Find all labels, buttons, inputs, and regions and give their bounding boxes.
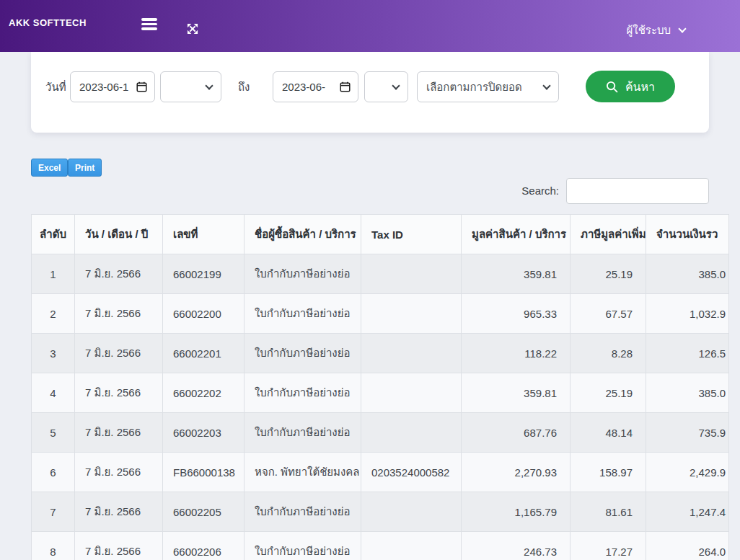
cell-vat: 25.19 — [571, 373, 646, 413]
table-row: 37 มิ.ย. 256666002201ใบกำกับภาษีอย่างย่อ… — [32, 334, 729, 373]
filter-card: วันที่ 2023-06-1 ถึง 2023-06- เ — [31, 52, 709, 133]
cell-doc-no: 66002202 — [163, 373, 245, 413]
cell-tax-id — [361, 294, 462, 334]
cell-no: 8 — [32, 532, 75, 560]
cell-vat: 48.14 — [571, 413, 646, 453]
cell-vat: 8.28 — [571, 334, 646, 373]
cell-vat: 158.97 — [571, 453, 646, 492]
cell-date: 7 มิ.ย. 2566 — [75, 373, 163, 413]
search-button[interactable]: ค้นหา — [586, 71, 675, 102]
chevron-down-icon — [205, 81, 213, 89]
search-icon — [606, 81, 618, 93]
user-menu[interactable]: ผู้ใช้ระบบ — [627, 22, 685, 39]
cell-value: 359.81 — [462, 254, 571, 294]
cell-tax-id — [361, 334, 462, 373]
cell-vat: 81.61 — [571, 492, 646, 532]
cell-buyer-name: หจก. พัทยาใต้ชัยมงคล — [245, 453, 361, 492]
invoice-table: ลำดับวัน / เดือน / ปีเลขที่ชื่อผู้ซื้อสิ… — [31, 214, 729, 560]
cell-tax-id — [361, 532, 462, 560]
cell-vat: 25.19 — [571, 254, 646, 294]
table-header-row: ลำดับวัน / เดือน / ปีเลขที่ชื่อผู้ซื้อสิ… — [32, 215, 729, 254]
cell-tax-id — [361, 373, 462, 413]
column-header-tax-id[interactable]: Tax ID — [361, 215, 462, 254]
invoice-table-body: 17 มิ.ย. 256666002199ใบกำกับภาษีอย่างย่อ… — [32, 254, 729, 560]
cell-total: 2,429.9 — [646, 453, 729, 492]
cell-total: 1,032.9 — [646, 294, 729, 334]
cell-no: 7 — [32, 492, 75, 532]
cell-doc-no: 66002205 — [163, 492, 245, 532]
table-search-input[interactable] — [566, 178, 709, 204]
cell-no: 5 — [32, 413, 75, 453]
cell-value: 1,165.79 — [462, 492, 571, 532]
cell-tax-id — [361, 254, 462, 294]
date-to-value: 2023-06- — [282, 81, 332, 93]
column-header-total[interactable]: จำนวนเงินรว — [646, 215, 729, 254]
table-row: 77 มิ.ย. 256666002205ใบกำกับภาษีอย่างย่อ… — [32, 492, 729, 532]
time-to-select[interactable] — [364, 71, 408, 102]
excel-button[interactable]: Excel — [31, 159, 68, 177]
cell-no: 1 — [32, 254, 75, 294]
date-from-value: 2023-06-1 — [79, 81, 130, 93]
chevron-down-icon — [392, 81, 400, 89]
menu-icon[interactable] — [141, 18, 157, 30]
table-row: 47 มิ.ย. 256666002202ใบกำกับภาษีอย่างย่อ… — [32, 373, 729, 413]
closing-type-select[interactable]: เลือกตามการปิดยอด — [417, 71, 559, 102]
table-row: 27 มิ.ย. 256666002200ใบกำกับภาษีอย่างย่อ… — [32, 294, 729, 334]
column-header-value[interactable]: มูลค่าสินค้า / บริการ — [462, 215, 571, 254]
cell-total: 1,247.4 — [646, 492, 729, 532]
cell-value: 118.22 — [462, 334, 571, 373]
cell-value: 687.76 — [462, 413, 571, 453]
cell-buyer-name: ใบกำกับภาษีอย่างย่อ — [245, 532, 361, 560]
cell-date: 7 มิ.ย. 2566 — [75, 413, 163, 453]
column-header-date[interactable]: วัน / เดือน / ปี — [75, 215, 163, 254]
column-header-no[interactable]: ลำดับ — [32, 215, 75, 254]
cell-date: 7 มิ.ย. 2566 — [75, 334, 163, 373]
search-button-label: ค้นหา — [625, 78, 655, 96]
column-header-vat[interactable]: ภาษีมูลค่าเพิ่ม — [571, 215, 646, 254]
cell-doc-no: 66002199 — [163, 254, 245, 294]
print-button[interactable]: Print — [68, 159, 102, 177]
cell-vat: 17.27 — [571, 532, 646, 560]
cell-doc-no: FB66000138 — [163, 453, 245, 492]
cell-doc-no: 66002200 — [163, 294, 245, 334]
cell-no: 4 — [32, 373, 75, 413]
date-to-input[interactable]: 2023-06- — [273, 71, 358, 102]
cell-total: 264.0 — [646, 532, 729, 560]
table-row: 17 มิ.ย. 256666002199ใบกำกับภาษีอย่างย่อ… — [32, 254, 729, 294]
chevron-down-icon — [542, 81, 550, 89]
cell-value: 965.33 — [462, 294, 571, 334]
user-menu-label: ผู้ใช้ระบบ — [627, 22, 671, 39]
column-header-buyer-name[interactable]: ชื่อผู้ซื้อสินค้า / บริการ — [245, 215, 361, 254]
date-from-input[interactable]: 2023-06-1 — [70, 71, 155, 102]
cell-buyer-name: ใบกำกับภาษีอย่างย่อ — [245, 294, 361, 334]
chevron-down-icon — [678, 25, 686, 32]
cell-date: 7 มิ.ย. 2566 — [75, 532, 163, 560]
cell-total: 385.0 — [646, 373, 729, 413]
table-row: 57 มิ.ย. 256666002203ใบกำกับภาษีอย่างย่อ… — [32, 413, 729, 453]
cell-vat: 67.57 — [571, 294, 646, 334]
cell-date: 7 มิ.ย. 2566 — [75, 453, 163, 492]
time-from-select[interactable] — [160, 71, 221, 102]
cell-doc-no: 66002201 — [163, 334, 245, 373]
top-navbar: AKK SOFTTECH ผู้ใช้ระบบ — [0, 0, 740, 52]
cell-tax-id: 0203524000582 — [361, 453, 462, 492]
cell-total: 385.0 — [646, 254, 729, 294]
date-label: วันที่ — [45, 71, 66, 102]
column-header-doc-no[interactable]: เลขที่ — [163, 215, 245, 254]
table-row: 67 มิ.ย. 2566FB66000138หจก. พัทยาใต้ชัยม… — [32, 453, 729, 492]
cell-tax-id — [361, 492, 462, 532]
fullscreen-icon[interactable] — [185, 22, 200, 36]
closing-type-value: เลือกตามการปิดยอด — [426, 79, 544, 96]
cell-buyer-name: ใบกำกับภาษีอย่างย่อ — [245, 334, 361, 373]
cell-value: 2,270.93 — [462, 453, 571, 492]
cell-no: 3 — [32, 334, 75, 373]
cell-tax-id — [361, 413, 462, 453]
table-row: 87 มิ.ย. 256666002206ใบกำกับภาษีอย่างย่อ… — [32, 532, 729, 560]
cell-total: 735.9 — [646, 413, 729, 453]
cell-buyer-name: ใบกำกับภาษีอย่างย่อ — [245, 492, 361, 532]
to-label: ถึง — [238, 71, 250, 102]
cell-date: 7 มิ.ย. 2566 — [75, 492, 163, 532]
cell-buyer-name: ใบกำกับภาษีอย่างย่อ — [245, 373, 361, 413]
brand-logo: AKK SOFTTECH — [9, 17, 87, 28]
invoice-table-wrap: ลำดับวัน / เดือน / ปีเลขที่ชื่อผู้ซื้อสิ… — [31, 214, 728, 560]
